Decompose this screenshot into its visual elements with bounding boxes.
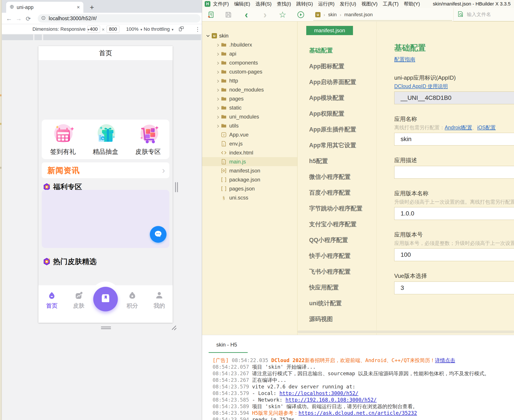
tree-item-main-js[interactable]: jmain.js (202, 157, 297, 166)
devtools-menu-icon[interactable]: ⋮ (195, 26, 201, 33)
tree-item-index-html[interactable]: index.html (202, 148, 297, 157)
media-query-bar-segment[interactable] (43, 34, 201, 40)
console-link[interactable]: http://localhost:3000/h52/ (279, 390, 358, 396)
file-search-box[interactable]: 输入文件名 (454, 8, 514, 22)
tree-item-uni-scss[interactable]: §uni.scss (202, 193, 297, 202)
chevron-right-icon[interactable] (216, 79, 220, 83)
viewport-resize-handle-right[interactable] (175, 182, 178, 192)
manifest-section-5[interactable]: App原生插件配置 (298, 121, 376, 137)
tab-close-icon[interactable]: × (77, 4, 80, 10)
field-input[interactable] (394, 166, 514, 179)
tree-item-http[interactable]: http (202, 76, 297, 85)
tree-item--hbuilderx[interactable]: .hbuilderx (202, 40, 297, 49)
hint-link[interactable]: Android配置 (445, 125, 472, 130)
manifest-section-1[interactable]: App图标配置 (298, 58, 376, 74)
field-input[interactable]: 3 (394, 282, 514, 294)
throttling-select[interactable]: No throttling▼ (144, 26, 174, 32)
tree-item-custom-pages[interactable]: custom-pages (202, 67, 297, 76)
chevron-right-icon[interactable] (216, 114, 220, 119)
console-link[interactable]: http://192.168.0.108:3000/h52/ (285, 397, 376, 403)
tree-item-uni-modules[interactable]: uni_modules (202, 112, 297, 121)
tree-item-components[interactable]: components (202, 58, 297, 67)
menu-item[interactable]: 编辑(E) (231, 0, 253, 8)
quick-action-calendar[interactable]: 签到有礼 (42, 120, 84, 159)
manifest-section-16[interactable]: uni统计配置 (298, 295, 376, 311)
manifest-section-3[interactable]: App模块配置 (298, 90, 376, 106)
tab-points[interactable]: 积分 (121, 291, 143, 310)
viewport-height-input[interactable]: 800 (107, 26, 119, 33)
console-link[interactable]: 详情点击 (435, 358, 455, 363)
field-input[interactable]: __UNI__4C8D1B0 (394, 91, 514, 104)
menu-item[interactable]: 文件(F) (210, 0, 231, 8)
chevron-right-icon[interactable] (216, 43, 220, 47)
chat-fab-button[interactable] (150, 226, 166, 243)
tree-item-package-json[interactable]: package.json (202, 175, 297, 184)
url-field[interactable]: localhost:3000/h52/#/ (38, 14, 201, 22)
help-link[interactable]: DCloud AppID 使用说明 (394, 83, 448, 89)
menu-item[interactable]: 帮助(Y) (401, 0, 423, 8)
tab-mine[interactable]: 我的 (148, 291, 170, 310)
tree-item-manifest-json[interactable]: manifest.json (202, 166, 297, 175)
tree-item-App-vue[interactable]: VApp.vue (202, 130, 297, 139)
menu-item[interactable]: 工具(T) (380, 0, 401, 8)
tree-item-pages[interactable]: pages (202, 94, 297, 103)
tree-item-api[interactable]: api (202, 49, 297, 58)
config-guide-link[interactable]: 配置指南 (394, 56, 415, 63)
field-input[interactable]: 100 (394, 248, 514, 261)
new-file-button[interactable] (206, 10, 216, 20)
chevron-right-icon[interactable] (216, 60, 220, 65)
manifest-section-11[interactable]: 支付宝小程序配置 (298, 216, 376, 232)
chevron-right-icon[interactable] (216, 97, 220, 101)
navigate-forward-button[interactable]: › (260, 10, 270, 20)
field-input[interactable]: 1.0.0 (394, 207, 514, 220)
rotate-device-icon[interactable] (178, 26, 184, 33)
breadcrumb-item[interactable]: skin (328, 12, 337, 18)
breadcrumb-item[interactable]: manifest.json (344, 12, 373, 18)
refresh-icon[interactable]: ⟳ (24, 15, 32, 23)
manifest-section-17[interactable]: 源码视图 (298, 311, 376, 327)
manifest-section-9[interactable]: 百度小程序配置 (298, 185, 376, 201)
chevron-right-icon[interactable] (216, 88, 220, 92)
bookmark-star-button[interactable]: ☆ (277, 10, 288, 20)
caret-down-icon[interactable] (206, 33, 210, 38)
manifest-section-10[interactable]: 字节跳动小程序配置 (298, 201, 376, 216)
manifest-section-8[interactable]: 微信小程序配置 (298, 169, 376, 185)
run-button[interactable] (296, 10, 306, 20)
zoom-select[interactable]: 100%▼ (126, 26, 143, 32)
manifest-section-7[interactable]: h5配置 (298, 153, 376, 169)
editor-tab-manifest[interactable]: manifest.json (306, 26, 353, 35)
save-button[interactable] (223, 10, 233, 20)
tree-item-node-modules[interactable]: node_modules (202, 85, 297, 94)
chevron-right-icon[interactable] (216, 124, 220, 128)
tabbar-center-button[interactable] (93, 287, 118, 311)
manifest-section-2[interactable]: App启动界面配置 (298, 74, 376, 90)
manifest-section-6[interactable]: App常用其它设置 (298, 137, 376, 153)
navigate-back-button[interactable]: ‹ (241, 10, 251, 20)
manifest-section-0[interactable]: 基础配置 (298, 43, 376, 58)
manifest-section-14[interactable]: 飞书小程序配置 (298, 264, 376, 280)
menu-item[interactable]: 查找(I) (274, 0, 294, 8)
manifest-section-4[interactable]: App权限配置 (298, 106, 376, 121)
menu-item[interactable]: 选择(S) (253, 0, 274, 8)
console-link[interactable]: https://ask.dcloud.net.cn/article/35232 (298, 410, 417, 416)
viewport-width-input[interactable]: 400 (87, 26, 100, 33)
tree-item-pages-json[interactable]: pages.json (202, 184, 297, 193)
manifest-section-12[interactable]: QQ小程序配置 (298, 232, 376, 248)
console-tab[interactable]: skin - H5 (216, 342, 237, 348)
viewport-resize-corner[interactable] (171, 324, 178, 331)
tab-skin[interactable]: 皮肤 (68, 291, 90, 310)
chevron-right-icon[interactable] (216, 105, 220, 110)
browser-tab[interactable]: uni-app × (6, 2, 83, 13)
dimensions-select[interactable]: Dimensions: Responsive▼ (32, 26, 90, 32)
menu-item[interactable]: 运行(R) (315, 0, 337, 8)
tree-item-utils[interactable]: utils (202, 121, 297, 130)
new-tab-button[interactable]: + (87, 2, 97, 12)
manifest-section-15[interactable]: 快应用配置 (298, 280, 376, 295)
quick-action-giftbox[interactable]: %精品抽盒 (84, 120, 127, 159)
chevron-right-icon[interactable] (216, 70, 220, 74)
tab-home[interactable]: 首页 (41, 291, 63, 310)
media-query-bar-segment[interactable] (2, 34, 33, 40)
news-card[interactable]: 新闻资讯 › (42, 162, 169, 178)
page-info-icon[interactable] (41, 16, 46, 21)
horizontal-scrollbar[interactable] (298, 330, 514, 333)
